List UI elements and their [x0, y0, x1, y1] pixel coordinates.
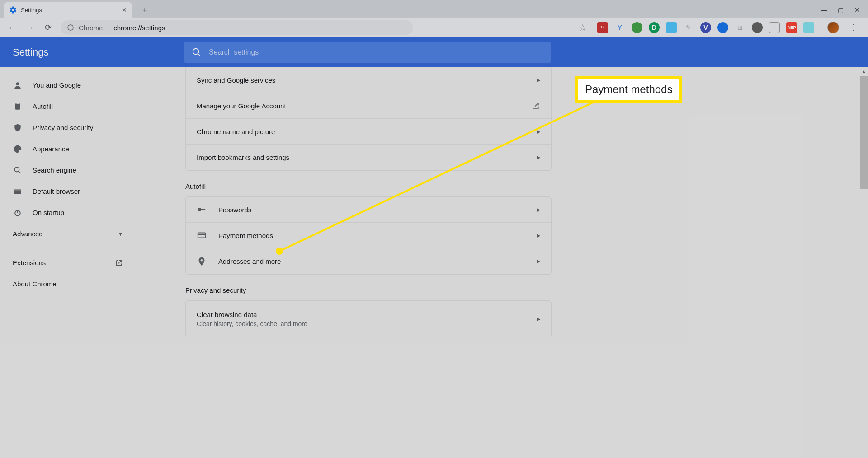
chevron-right-icon: ▶: [537, 258, 540, 264]
menu-button[interactable]: ⋮: [845, 19, 862, 36]
forward-button[interactable]: →: [22, 19, 38, 36]
address-bar-row: ← → ⟳ Chrome | chrome://settings ☆ 14 Y …: [0, 18, 868, 37]
row-label: Chrome name and picture: [197, 128, 275, 136]
sidebar-item-label: You and Google: [33, 81, 81, 89]
window-controls: — ▢ ✕: [821, 6, 868, 18]
browser-icon: [13, 187, 23, 196]
row-payment-methods[interactable]: Payment methods ▶: [186, 223, 551, 248]
svg-point-0: [68, 25, 73, 30]
browser-tab-strip: Settings ✕ + — ▢ ✕: [0, 0, 868, 18]
clipboard-icon: [13, 102, 23, 111]
chevron-right-icon: ▶: [537, 154, 540, 160]
sidebar-about-label: About Chrome: [13, 280, 57, 288]
extension-dark-icon[interactable]: [752, 22, 763, 33]
svg-point-1: [193, 49, 199, 55]
scroll-thumb[interactable]: [860, 76, 868, 189]
sidebar-item-search-engine[interactable]: Search engine: [0, 159, 133, 181]
sidebar-item-label: On startup: [33, 209, 64, 216]
settings-header: Settings: [0, 37, 868, 67]
open-external-icon: [115, 259, 123, 267]
chevron-right-icon: ▶: [537, 233, 540, 238]
svg-rect-4: [15, 103, 20, 109]
extensions-row: ☆ 14 Y D ✎ V ⊞ ABP ⋮: [415, 19, 864, 36]
star-icon[interactable]: ☆: [575, 19, 591, 36]
sidebar-item-label: Privacy and security: [33, 124, 93, 131]
svg-point-12: [198, 208, 201, 211]
pin-icon: [197, 257, 207, 266]
sidebar-item-label: Default browser: [33, 187, 80, 195]
row-label: Import bookmarks and settings: [197, 154, 289, 161]
row-label: Sync and Google services: [197, 76, 275, 84]
row-name-picture[interactable]: Chrome name and picture ▶: [186, 119, 551, 145]
extension-abp-icon[interactable]: ABP: [786, 22, 797, 33]
svg-rect-9: [14, 189, 21, 190]
scroll-up-arrow[interactable]: ▲: [860, 67, 868, 75]
chevron-right-icon: ▶: [537, 207, 540, 213]
sidebar-extensions-link[interactable]: Extensions: [0, 252, 136, 273]
sidebar-item-appearance[interactable]: Appearance: [0, 138, 133, 159]
svg-point-16: [201, 259, 203, 261]
row-sync[interactable]: Sync and Google services ▶: [186, 67, 551, 93]
scrollbar[interactable]: ▲: [860, 67, 868, 458]
person-icon: [13, 81, 23, 90]
sidebar-item-default-browser[interactable]: Default browser: [0, 181, 133, 202]
maximize-button[interactable]: ▢: [838, 6, 844, 14]
sidebar-item-privacy[interactable]: Privacy and security: [0, 117, 133, 138]
extension-y-icon[interactable]: Y: [614, 22, 625, 33]
new-tab-button[interactable]: +: [138, 3, 152, 18]
search-settings-box[interactable]: [184, 42, 551, 63]
browser-tab-active[interactable]: Settings ✕: [4, 2, 132, 18]
row-manage-account[interactable]: Manage your Google Account: [186, 93, 551, 119]
sidebar-advanced-toggle[interactable]: Advanced ▼: [0, 223, 136, 244]
minimize-button[interactable]: —: [821, 6, 827, 14]
chevron-down-icon: ▼: [118, 231, 123, 237]
gear-icon: [9, 6, 17, 14]
settings-sidebar: You and Google Autofill Privacy and secu…: [0, 67, 136, 458]
sidebar-item-on-startup[interactable]: On startup: [0, 202, 133, 223]
sidebar-extensions-label: Extensions: [13, 259, 46, 266]
settings-title: Settings: [13, 47, 184, 58]
sidebar-divider: [0, 248, 136, 248]
row-passwords[interactable]: Passwords ▶: [186, 197, 551, 223]
extension-d-icon[interactable]: D: [649, 22, 660, 33]
row-clear-data[interactable]: Clear browsing data Clear history, cooki…: [186, 301, 551, 337]
reload-button[interactable]: ⟳: [40, 19, 56, 36]
back-button[interactable]: ←: [4, 19, 20, 36]
sidebar-advanced-label: Advanced: [13, 230, 43, 238]
row-label: Addresses and more: [218, 257, 281, 265]
row-addresses[interactable]: Addresses and more ▶: [186, 248, 551, 274]
search-settings-input[interactable]: [209, 48, 543, 56]
extension-v-icon[interactable]: V: [700, 22, 711, 33]
svg-line-7: [19, 171, 21, 173]
close-tab-icon[interactable]: ✕: [122, 6, 127, 14]
row-label: Manage your Google Account: [197, 102, 286, 110]
extension-box-icon[interactable]: [769, 22, 780, 33]
card-icon: [197, 230, 207, 240]
omnibox-url: chrome://settings: [113, 24, 165, 32]
chevron-right-icon: ▶: [537, 316, 540, 322]
extension-evernote-icon[interactable]: [632, 22, 642, 33]
extension-circle-icon[interactable]: [717, 22, 728, 33]
power-icon: [13, 208, 23, 217]
close-window-button[interactable]: ✕: [854, 6, 860, 14]
sidebar-item-label: Autofill: [33, 103, 53, 110]
sidebar-item-autofill[interactable]: Autofill: [0, 96, 133, 117]
extension-plus-icon[interactable]: ⊞: [735, 22, 745, 33]
globe-icon: [67, 24, 74, 31]
extension-cyan-icon[interactable]: [803, 22, 814, 33]
section-title-privacy: Privacy and security: [185, 286, 552, 294]
settings-body: You and Google Autofill Privacy and secu…: [0, 67, 868, 458]
sidebar-item-you-and-google[interactable]: You and Google: [0, 75, 133, 96]
extension-blue-icon[interactable]: [666, 22, 677, 33]
extension-wing-icon[interactable]: ✎: [683, 22, 694, 33]
card-google-account: Sync and Google services ▶ Manage your G…: [185, 67, 552, 171]
svg-point-3: [16, 82, 19, 85]
open-external-icon: [531, 101, 540, 110]
omnibox[interactable]: Chrome | chrome://settings: [61, 20, 413, 35]
tab-title: Settings: [21, 7, 118, 14]
row-import-bookmarks[interactable]: Import bookmarks and settings ▶: [186, 145, 551, 170]
profile-avatar[interactable]: [827, 22, 839, 33]
chevron-right-icon: ▶: [537, 129, 540, 135]
extension-calendar-icon[interactable]: 14: [597, 22, 608, 33]
sidebar-about-link[interactable]: About Chrome: [0, 273, 136, 294]
